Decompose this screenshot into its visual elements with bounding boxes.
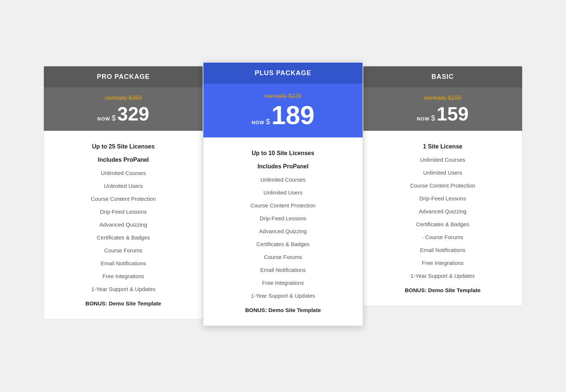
- feature-item-plus-12: BONUS: Demo Site Template: [211, 304, 355, 316]
- feature-item-basic-10: 1-Year Support & Updates: [371, 269, 515, 282]
- feature-item-plus-7: Certificates & Badges: [211, 238, 355, 251]
- feature-item-basic-6: Certificates & Badges: [371, 218, 515, 231]
- card-header-pro: PRO PACKAGE: [44, 66, 203, 87]
- feature-item-pro-10: Free Integrations: [51, 270, 195, 283]
- feature-item-basic-4: Drip-Feed Lessons: [371, 192, 515, 205]
- feature-item-basic-3: Course Content Protection: [371, 179, 515, 192]
- feature-item-plus-2: Unlimited Courses: [211, 173, 355, 186]
- now-label-basic: NOW: [417, 116, 430, 122]
- normally-price-pro: normally $369: [51, 95, 195, 101]
- feature-item-plus-1: Includes ProPanel: [211, 160, 355, 173]
- feature-item-pro-9: Email Notifications: [51, 257, 195, 270]
- price-number-pro: 329: [117, 104, 149, 123]
- feature-item-pro-11: 1-Year Support & Updates: [51, 283, 195, 295]
- feature-item-pro-7: Certificates & Badges: [51, 231, 195, 244]
- dollar-sign-plus: $: [266, 118, 270, 126]
- pricing-card-pro: PRO PACKAGEnormally $369NOW$329Up to 25 …: [43, 66, 203, 320]
- card-header-plus: PLUS PACKAGE: [203, 63, 362, 84]
- feature-item-pro-1: Includes ProPanel: [51, 153, 195, 167]
- dollar-sign-pro: $: [112, 114, 116, 122]
- feature-item-plus-6: Advanced Quizzing: [211, 225, 355, 238]
- feature-item-plus-3: Unlimited Users: [211, 186, 355, 199]
- price-row-plus: NOW$189: [211, 102, 355, 128]
- price-number-basic: 159: [437, 104, 469, 123]
- feature-item-pro-8: Course Forums: [51, 244, 195, 257]
- feature-item-pro-6: Advanced Quizzing: [51, 218, 195, 231]
- feature-item-pro-5: Drip-Feed Lessons: [51, 205, 195, 218]
- pricing-card-plus: PLUS PACKAGEnormally $229NOW$189Up to 10…: [203, 62, 363, 326]
- feature-item-pro-2: Unlimited Courses: [51, 167, 195, 179]
- feature-item-plus-5: Drip-Feed Lessons: [211, 212, 355, 225]
- feature-item-plus-8: Course Forums: [211, 251, 355, 263]
- price-number-plus: 189: [272, 102, 315, 128]
- pricing-container: PRO PACKAGEnormally $369NOW$329Up to 25 …: [43, 66, 523, 326]
- feature-item-pro-12: BONUS: Demo Site Template: [51, 297, 195, 310]
- pricing-area-pro: normally $369NOW$329: [44, 87, 203, 131]
- price-row-pro: NOW$329: [51, 104, 195, 123]
- feature-item-pro-0: Up to 25 Site Licenses: [51, 140, 195, 153]
- features-list-pro: Up to 25 Site LicensesIncludes ProPanelU…: [44, 131, 203, 319]
- dollar-sign-basic: $: [431, 114, 435, 122]
- now-label-plus: NOW: [252, 120, 265, 125]
- pricing-area-plus: normally $229NOW$189: [203, 84, 362, 137]
- feature-item-basic-0: 1 Site License: [371, 140, 515, 153]
- pricing-card-basic: BASICnormally $199NOW$1591 Site LicenseU…: [363, 66, 523, 306]
- feature-item-basic-2: Unlimited Users: [371, 166, 515, 179]
- normally-price-basic: normally $199: [371, 95, 515, 101]
- card-header-basic: BASIC: [363, 66, 522, 87]
- features-list-basic: 1 Site LicenseUnlimited CoursesUnlimited…: [363, 131, 522, 306]
- pricing-area-basic: normally $199NOW$159: [363, 87, 522, 131]
- package-name-pro: PRO PACKAGE: [51, 73, 195, 81]
- feature-item-basic-7: · Course Forums: [371, 231, 515, 244]
- features-list-plus: Up to 10 Site LicensesIncludes ProPanelU…: [203, 137, 362, 326]
- feature-item-pro-4: Course Content Protection: [51, 192, 195, 205]
- feature-item-basic-11: BONUS: Demo Site Template: [371, 284, 515, 297]
- feature-item-plus-9: Email Notifications: [211, 263, 355, 276]
- feature-item-plus-0: Up to 10 Site Licenses: [211, 147, 355, 160]
- feature-item-basic-8: Email Notifications: [371, 244, 515, 256]
- feature-item-basic-9: Free Integrations: [371, 256, 515, 269]
- feature-item-pro-3: Unlimited Users: [51, 179, 195, 192]
- package-name-basic: BASIC: [371, 73, 515, 81]
- feature-item-plus-10: Free Integrations: [211, 276, 355, 289]
- normally-price-plus: normally $229: [211, 93, 355, 99]
- package-name-plus: PLUS PACKAGE: [211, 69, 355, 77]
- now-label-pro: NOW: [97, 116, 110, 122]
- price-row-basic: NOW$159: [371, 104, 515, 123]
- feature-item-basic-1: Unlimited Courses: [371, 153, 515, 166]
- feature-item-basic-5: Advanced Quizzing: [371, 205, 515, 218]
- feature-item-plus-11: 1-Year Support & Updates: [211, 289, 355, 302]
- feature-item-plus-4: Course Content Protection: [211, 199, 355, 212]
